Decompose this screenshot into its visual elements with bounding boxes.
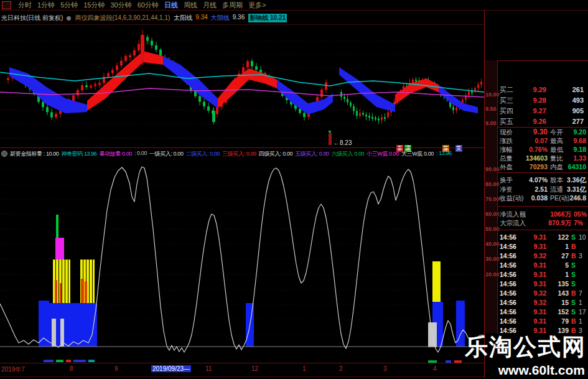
osc-header-item-7: 四级买入: 0.00 xyxy=(259,150,293,158)
menu-item-3[interactable]: 15分钟 xyxy=(83,1,105,10)
osc-header-item-5: 二级买入: 0.00 xyxy=(186,150,220,158)
quote-value-1: 134603 xyxy=(515,154,548,162)
tx-side: S xyxy=(571,233,576,242)
quote-row-3[interactable]: 总量134603量比1.33 xyxy=(498,154,588,162)
menu-item-2[interactable]: 5分钟 xyxy=(60,1,78,10)
menu-item-7[interactable]: 周线 xyxy=(184,1,197,10)
tx-time: 14:56 xyxy=(500,270,516,279)
tx-time: 14:56 xyxy=(500,298,516,307)
tx-time: 14:56 xyxy=(500,251,516,261)
tx-volume: 143 xyxy=(548,289,569,298)
quote-row-0[interactable]: 现价9.30今开9.20 xyxy=(498,128,588,136)
osc-scale-5: 40.00 xyxy=(485,241,498,247)
tx-price: 9.31 xyxy=(523,233,546,242)
formula-value-1: 9.34 xyxy=(195,14,207,22)
tx-price: 9.31 xyxy=(523,279,546,289)
menu-item-9[interactable]: 多周期 xyxy=(222,1,243,10)
quote-row-2[interactable]: 涨幅0.76%最低9.18 xyxy=(498,145,588,154)
transaction-row-1[interactable]: 14:569.311B xyxy=(498,242,588,251)
buy-price: 9.28 xyxy=(523,95,546,106)
tx-count: 3 xyxy=(579,251,588,261)
buy-row-2[interactable]: 买四9.27905 xyxy=(498,106,588,116)
watermark-url: www.60lt.com xyxy=(498,363,585,378)
menu-item-5[interactable]: 60分钟 xyxy=(138,1,159,10)
osc-header-item-9: 六级买入 0.00 xyxy=(332,150,364,158)
buy-row-1[interactable]: 买三9.28493 xyxy=(498,95,588,106)
axis-label-9: 4 xyxy=(433,365,437,372)
app-icon[interactable] xyxy=(2,1,11,9)
buy-row-3[interactable]: 买五9.26277 xyxy=(498,116,588,127)
quote-value-2: 9.20 xyxy=(560,128,586,136)
formula-value-2: 大阴线 xyxy=(211,14,230,22)
caps-value-2: 246.8 xyxy=(559,194,586,202)
oscillator-header-items: 新资金指标量 : 10.00神奇密码 13.96暴动放量 0.00: 0.00一… xyxy=(10,150,452,158)
chart-top-border xyxy=(0,24,484,25)
flow-value: 1066万 xyxy=(532,210,571,218)
osc-header-item-6: 三级买入: 0.00 xyxy=(222,150,256,158)
osc-header-item-8: 五级买入: 0.00 xyxy=(295,150,329,158)
tx-side: S xyxy=(571,261,576,270)
tx-side: S xyxy=(571,279,576,289)
axis-label-4: 11 xyxy=(205,365,212,372)
axis-label-selected[interactable]: 2019/09/23— xyxy=(151,365,191,372)
axis-label-6: 1 xyxy=(302,365,306,372)
collapse-icon[interactable] xyxy=(1,151,7,157)
quote-value-2: 9.18 xyxy=(560,145,586,154)
tx-time: 14:56 xyxy=(500,317,516,326)
caps-label-1: 净资 xyxy=(500,185,513,194)
buy-price: 9.29 xyxy=(523,85,546,95)
caps-row-1[interactable]: 净资2.51流通3.31亿 xyxy=(498,185,588,194)
transaction-row-3[interactable]: 14:569.315S xyxy=(498,261,588,270)
menu-item-1[interactable]: 1分钟 xyxy=(37,1,55,10)
transaction-row-2[interactable]: 14:569.3227B3 xyxy=(498,251,588,261)
quote-row-4[interactable]: 外盘70293内盘64310 xyxy=(498,162,588,171)
flow-label: 净流入额 xyxy=(500,210,526,218)
buy-row-0[interactable]: 买二9.29261 xyxy=(498,85,588,95)
transaction-row-7[interactable]: 14:569.3215S1 xyxy=(498,298,588,307)
menu-item-6[interactable]: 日线 xyxy=(164,1,178,10)
flow-row-0[interactable]: 净流入额1066万05% xyxy=(498,210,588,218)
tx-time: 14:56 xyxy=(500,289,516,298)
transaction-row-6[interactable]: 14:569.32143B7 xyxy=(498,289,588,298)
tx-volume: 135 xyxy=(548,279,569,289)
caps-label-1: 换手 xyxy=(500,175,513,184)
transaction-row-9[interactable]: 14:569.3179B1 xyxy=(498,317,588,326)
tx-volume: 122 xyxy=(548,233,569,242)
quote-row-1[interactable]: 涨跌0.07最高9.68 xyxy=(498,136,588,145)
tx-count: 7 xyxy=(579,289,588,298)
osc-header-item-2: 暴动放量 0.00 xyxy=(99,150,131,158)
menu-item-10[interactable]: 更多> xyxy=(248,1,266,10)
buy-price: 9.27 xyxy=(523,106,546,116)
flow-label: 大宗流入 xyxy=(500,218,526,227)
divider-3 xyxy=(498,206,588,207)
menubar-divider xyxy=(0,10,588,11)
osc-scale-7: 20.00 xyxy=(485,271,498,278)
menu-item-4[interactable]: 30分钟 xyxy=(111,1,132,10)
quote-label-1: 涨跌 xyxy=(500,136,513,145)
caps-row-0[interactable]: 换手4.07%股本3.36亿 xyxy=(498,175,588,184)
quote-value-1: 70293 xyxy=(515,162,548,171)
tx-side: B xyxy=(571,251,576,261)
flow-row-1[interactable]: 大宗流入870.9万7% xyxy=(498,218,588,227)
divider-4 xyxy=(498,230,588,230)
transaction-row-8[interactable]: 14:569.31152S17 xyxy=(498,307,588,317)
indicator-dot-icon[interactable] xyxy=(67,16,71,21)
quote-value-1: 0.07 xyxy=(515,136,548,145)
tx-side: S xyxy=(571,307,576,317)
tx-volume: 152 xyxy=(548,307,569,317)
osc-header-item-0: 新资金指标量 : 10.00 xyxy=(10,150,58,158)
transaction-row-5[interactable]: 14:569.31135S xyxy=(498,279,588,289)
transaction-row-0[interactable]: 14:569.31122S10 xyxy=(498,233,588,242)
axis-label-5: 12 xyxy=(251,365,258,372)
axis-label-7: 2 xyxy=(339,365,343,372)
tx-side: S xyxy=(571,298,576,307)
caps-value-2: 3.31亿 xyxy=(559,185,586,194)
caps-row-2[interactable]: 收益(动)0.038PE(动)246.8 xyxy=(498,194,588,202)
transaction-row-4[interactable]: 14:569.311S xyxy=(498,270,588,279)
buy-label: 买四 xyxy=(500,106,513,116)
menu-item-0[interactable]: 分时 xyxy=(18,1,32,10)
price-annotation: ←8.23 xyxy=(334,139,352,146)
quote-panel: 买二9.29261买三9.28493买四9.27905买五9.26277现价9.… xyxy=(498,60,588,334)
tx-volume: 27 xyxy=(548,251,569,261)
menu-item-8[interactable]: 月线 xyxy=(203,1,217,10)
